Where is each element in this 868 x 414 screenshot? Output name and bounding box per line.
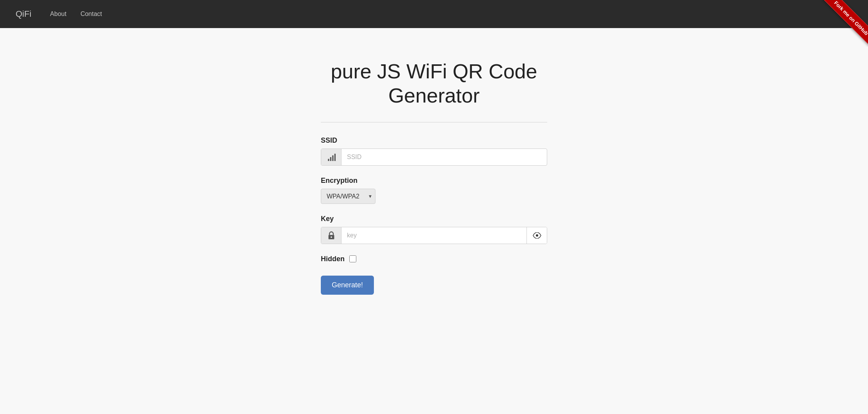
github-ribbon[interactable]: Fork me on GitHub [821,0,868,47]
form-container: SSID Encryption WPA/WPA2 [321,136,547,295]
hidden-row: Hidden [321,255,547,263]
hidden-checkbox[interactable] [349,255,356,262]
key-label: Key [321,215,547,223]
svg-rect-3 [334,154,335,161]
ssid-input[interactable] [342,149,547,165]
svg-rect-2 [332,155,333,161]
nav-about[interactable]: About [50,11,66,18]
lock-icon [321,227,342,244]
svg-rect-0 [328,159,329,161]
encryption-select[interactable]: WPA/WPA2 WEP None [321,189,375,204]
hidden-label: Hidden [321,255,345,263]
encryption-group: Encryption WPA/WPA2 WEP None ▾ [321,177,547,204]
svg-point-6 [536,234,538,237]
ssid-input-group [321,149,547,166]
svg-rect-5 [331,236,332,238]
key-group: Key [321,215,547,244]
github-ribbon-link[interactable]: Fork me on GitHub [823,0,868,46]
ssid-group: SSID [321,136,547,166]
svg-rect-1 [330,157,331,161]
main-content: pure JS WiFi QR Code Generator SSID [0,28,868,295]
navbar: QiFi About Contact Fork me on GitHub [0,0,868,28]
page-title: pure JS WiFi QR Code Generator [317,59,551,108]
encryption-select-wrapper: WPA/WPA2 WEP None ▾ [321,189,375,204]
ssid-label: SSID [321,136,547,145]
wifi-icon [321,149,342,165]
divider [321,122,547,122]
key-input[interactable] [342,227,526,244]
generate-button[interactable]: Generate! [321,276,374,295]
nav-contact[interactable]: Contact [80,11,102,18]
encryption-label: Encryption [321,177,547,185]
eye-icon[interactable] [526,227,547,244]
brand-logo[interactable]: QiFi [16,9,31,19]
key-input-group [321,227,547,244]
